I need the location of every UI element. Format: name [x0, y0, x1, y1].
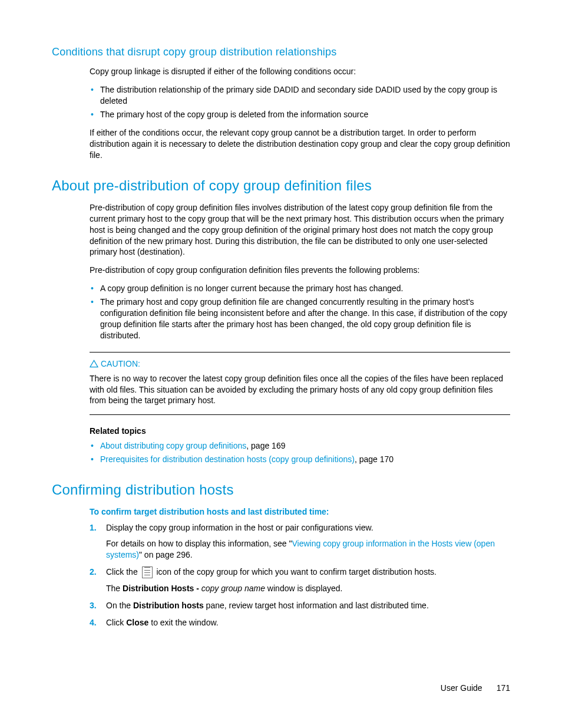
list-item: The distribution relationship of the pri… [90, 84, 510, 107]
list-item: The primary host of the copy group is de… [90, 109, 510, 120]
body-text: Pre-distribution of copy group configura… [90, 265, 510, 276]
step-subtext: The [106, 584, 123, 593]
heading-conditions-disrupt: Conditions that disrupt copy group distr… [52, 45, 510, 59]
related-topics-heading: Related topics [90, 426, 510, 437]
step-number: 1. [90, 522, 97, 533]
bold-term: Distribution Hosts - [123, 584, 201, 593]
step-text: to exit the window. [148, 618, 218, 627]
list-item: About distributing copy group definition… [90, 440, 510, 452]
body-text: Copy group linkage is disrupted if eithe… [90, 66, 510, 77]
step-item: 2. Click the icon of the copy group for … [90, 566, 510, 594]
body-text: If either of the conditions occur, the r… [90, 127, 510, 161]
italic-term: copy group name [201, 584, 265, 593]
footer-page-number: 171 [497, 683, 510, 693]
page-ref: , page 170 [355, 454, 394, 464]
step-item: 4. Click Close to exit the window. [90, 617, 510, 628]
procedure-heading: To confirm target distribution hosts and… [90, 506, 510, 518]
step-subtext: window is displayed. [265, 584, 343, 593]
procedure-steps: 1. Display the copy group information in… [90, 522, 510, 628]
bullet-list: A copy group definition is no longer cur… [90, 283, 510, 341]
step-number: 2. [90, 566, 97, 578]
step-subtext: " on page 296. [139, 550, 193, 559]
step-number: 4. [90, 617, 97, 628]
caution-triangle-icon [90, 360, 98, 368]
caution-text: There is no way to recover the latest co… [90, 373, 510, 407]
bold-term: Distribution hosts [133, 601, 204, 610]
step-text: On the [106, 601, 133, 610]
step-text: Click [106, 618, 126, 627]
step-item: 3. On the Distribution hosts pane, revie… [90, 600, 510, 611]
related-link[interactable]: About distributing copy group definition… [100, 441, 246, 450]
document-page: Conditions that disrupt copy group distr… [0, 0, 562, 670]
page-ref: , page 169 [246, 441, 285, 450]
heading-confirming-distribution-hosts: Confirming distribution hosts [52, 480, 510, 499]
list-item: Prerequisites for distribution destinati… [90, 454, 510, 465]
bold-term: Close [126, 618, 148, 627]
related-topics-list: About distributing copy group definition… [90, 440, 510, 465]
caution-label: CAUTION: [101, 358, 140, 370]
document-icon [142, 566, 153, 578]
step-text: icon of the copy group for which you wan… [154, 567, 437, 577]
step-subtext: For details on how to display this infor… [106, 539, 292, 548]
list-item: A copy group definition is no longer cur… [90, 283, 510, 294]
bullet-list: The distribution relationship of the pri… [90, 84, 510, 120]
step-item: 1. Display the copy group information in… [90, 522, 510, 561]
step-number: 3. [90, 600, 97, 611]
step-text: pane, review target host information and… [204, 601, 429, 610]
footer-doc-title: User Guide [441, 683, 482, 693]
caution-callout: CAUTION: There is no way to recover the … [90, 352, 510, 416]
step-text: Display the copy group information in th… [106, 523, 373, 532]
list-item: The primary host and copy group definiti… [90, 297, 510, 341]
heading-about-pre-distribution: About pre-distribution of copy group def… [52, 176, 510, 195]
page-footer: User Guide171 [441, 683, 510, 694]
body-text: Pre-distribution of copy group definitio… [90, 202, 510, 258]
related-link[interactable]: Prerequisites for distribution destinati… [100, 454, 355, 464]
step-text: Click the [106, 567, 140, 577]
